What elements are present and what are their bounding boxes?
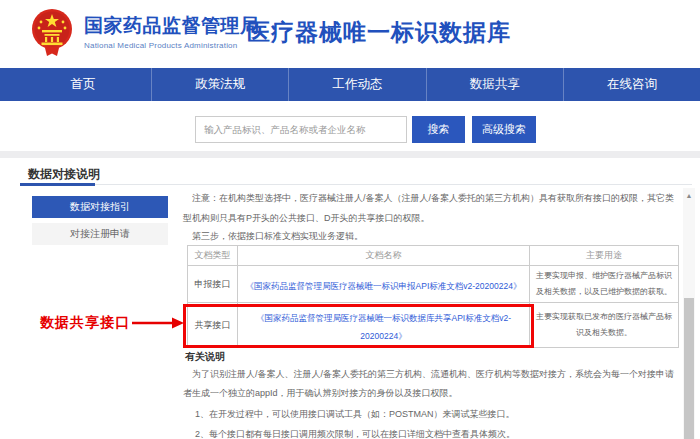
note-paragraph: 注意：在机构类型选择中，医疗器械注册人/备案人（注册人/备案人委托的第三方机构）…: [183, 188, 677, 228]
sidebar-item-register-apply[interactable]: 对接注册申请: [32, 223, 168, 245]
sidebar-item-data-guide[interactable]: 数据对接指引: [32, 196, 168, 218]
cell-type-declare: 申报接口: [188, 266, 238, 303]
nav-item-work-news[interactable]: 工作动态: [288, 68, 425, 101]
advanced-search-button[interactable]: 高级搜索: [472, 116, 536, 143]
search-button[interactable]: 搜索: [412, 116, 465, 143]
tab-separator-line: [20, 184, 692, 185]
annotation-label: 数据共享接口: [40, 314, 130, 332]
declare-api-doc-link[interactable]: 《国家药品监督管理局医疗器械唯一标识申报API标准文档v2-20200224》: [246, 281, 522, 291]
col-header-doc-name: 文档名称: [238, 246, 530, 266]
page: 国家药品监督管理局 National Medical Products Admi…: [0, 0, 700, 439]
content-scrollbar[interactable]: ▲: [683, 188, 695, 439]
site-title: 医疗器械唯一标识数据库: [247, 17, 511, 48]
note-item-2: 2、每个接口都有每日接口调用频次限制，可以在接口详细文档中查看具体频次。: [183, 424, 677, 439]
section-divider: [0, 151, 700, 158]
nav-item-policies[interactable]: 政策法规: [151, 68, 288, 101]
share-api-doc-link[interactable]: 《国家药品监督管理局医疗器械唯一标识数据库共享API标准文档v2-2020022…: [256, 313, 511, 341]
doc-table-header-row: 文档类型 文档名称 主要用途: [188, 246, 679, 266]
national-emblem-icon: [28, 8, 76, 58]
doc-table: 文档类型 文档名称 主要用途 申报接口 《国家药品监督管理局医疗器械唯一标识申报…: [187, 245, 679, 348]
annotation-arrow-icon: [132, 317, 184, 329]
scrollbar-thumb[interactable]: [684, 298, 694, 439]
step3-paragraph: 第三步，依据接口标准文档实现业务逻辑。: [183, 226, 677, 246]
tab-active-underline: [20, 183, 95, 186]
cell-use-declare: 主要实现申报、维护医疗器械产品标识及相关数据，以及已维护数据的获取。: [530, 266, 679, 303]
cell-use-share: 主要实现获取已发布的医疗器械产品标识及相关数据。: [530, 303, 679, 348]
search-section: 搜索 高级搜索: [0, 101, 700, 151]
scroll-up-icon[interactable]: ▲: [683, 190, 695, 202]
site-header: 国家药品监督管理局 National Medical Products Admi…: [0, 0, 700, 67]
table-row-declare-api: 申报接口 《国家药品监督管理局医疗器械唯一标识申报API标准文档v2-20200…: [188, 266, 679, 303]
agency-name-en: National Medical Products Administration: [84, 41, 260, 50]
note-item-1: 1、在开发过程中，可以使用接口调试工具（如：POSTMAN）来调试某些接口。: [183, 404, 677, 424]
col-header-doc-type: 文档类型: [188, 246, 238, 266]
agency-name-cn: 国家药品监督管理局: [84, 13, 260, 39]
cell-type-share: 共享接口: [188, 303, 238, 348]
col-header-doc-use: 主要用途: [530, 246, 679, 266]
agency-logo-text: 国家药品监督管理局 National Medical Products Admi…: [84, 13, 260, 50]
main-nav: 首页 政策法规 工作动态 数据共享 在线咨询: [0, 68, 700, 101]
notes-heading: 有关说明: [185, 350, 225, 364]
search-input[interactable]: [195, 116, 407, 143]
table-row-share-api: 共享接口 《国家药品监督管理局医疗器械唯一标识数据库共享API标准文档v2-20…: [188, 303, 679, 348]
notes-paragraph: 为了识别注册人/备案人、注册人/备案人委托的第三方机构、流通机构、医疗机构等数据…: [183, 365, 677, 403]
nav-item-data-sharing[interactable]: 数据共享: [426, 68, 563, 101]
nav-item-online-consult[interactable]: 在线咨询: [563, 68, 700, 101]
page-title: 数据对接说明: [28, 166, 100, 183]
nav-item-home[interactable]: 首页: [15, 68, 151, 101]
